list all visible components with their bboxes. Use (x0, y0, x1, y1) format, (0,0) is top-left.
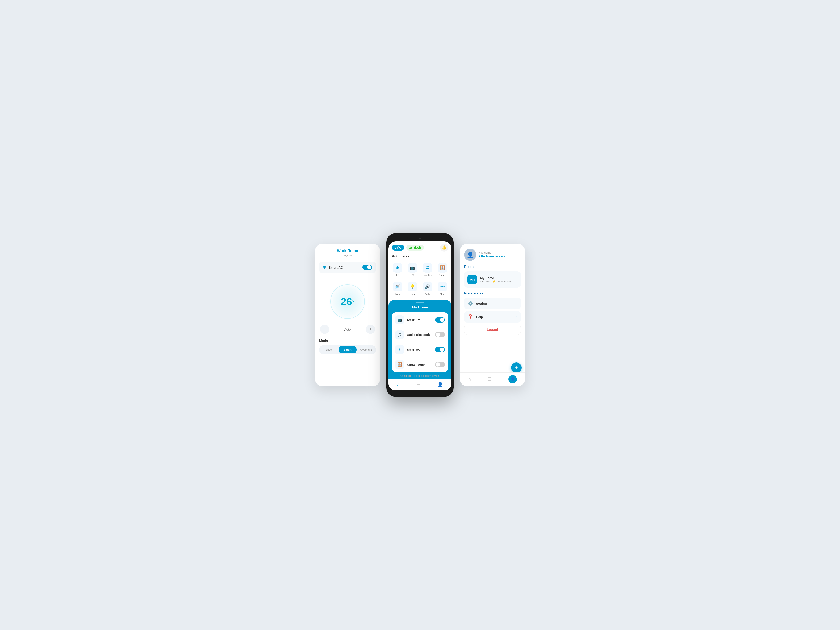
pref-help[interactable]: ❓ Help › (464, 311, 521, 322)
nav-user-icon[interactable]: 👤 (437, 382, 443, 387)
lamp-automate-icon: 💡 (407, 282, 417, 292)
welcome-text: Welcome, Ole Gunnarsen (479, 251, 505, 259)
center-phone: 24°C 15.3kwh 🔔 Automates ❄ AC 📺 TV 📽 Pro… (387, 233, 453, 397)
room-info: My Home 4 Device | ⚡ 376.91kwh/M (480, 276, 513, 283)
help-chevron: › (516, 315, 518, 319)
right-nav-list[interactable]: ☰ (488, 377, 492, 382)
smart-ac-icon: ❄ (395, 345, 404, 354)
device-curtain-auto: 🪟 Curtain Auto (392, 357, 448, 372)
automate-lamp[interactable]: 💡 Lamp (406, 280, 420, 297)
more-automate-icon: ••• (437, 282, 447, 292)
shower-automate-icon: 🚿 (393, 282, 403, 292)
automates-grid: ❄ AC 📺 TV 📽 Projektor 🪟 Curtain 🚿 (388, 261, 452, 297)
automate-audio[interactable]: 🔊 Audio (421, 280, 434, 297)
left-header: ‹ Work Room Polytron (315, 243, 380, 258)
smart-ac-device-toggle[interactable] (435, 347, 445, 352)
smart-ac-toggle[interactable] (362, 265, 372, 270)
room-chevron: › (516, 278, 518, 281)
ac-icon: ❄ (323, 265, 326, 270)
smart-ac-name: Smart AC (407, 348, 432, 351)
nav-home-icon[interactable]: ⌂ (397, 382, 399, 387)
logout-button[interactable]: Logout (464, 325, 521, 335)
setting-chevron: › (516, 302, 518, 305)
smart-ac-label: Smart AC (328, 266, 343, 269)
projektor-automate-icon: 📽 (423, 263, 433, 273)
notch-dot (419, 237, 421, 239)
right-nav: ⌂ ☰ 👤 (460, 372, 525, 387)
projektor-automate-label: Projektor (423, 274, 432, 276)
temp-badge: 24°C (392, 245, 404, 251)
audio-bluetooth-icon: 🎵 (395, 330, 404, 339)
automate-tv[interactable]: 📺 TV (406, 261, 420, 278)
device-smart-tv: 📺 Smart TV (392, 313, 448, 327)
avatar: 👤 (464, 249, 476, 261)
back-button[interactable]: ‹ (319, 250, 321, 255)
automate-ac[interactable]: ❄ AC (391, 261, 404, 278)
kwh-badge: 15.3kwh (406, 245, 423, 251)
smart-ac-row: ❄ Smart AC (319, 262, 376, 273)
room-card[interactable]: MH My Home 4 Device | ⚡ 376.91kwh/M › (464, 271, 521, 288)
ac-automate-label: AC (396, 274, 399, 276)
right-content: 👤 Welcome, Ole Gunnarsen Room List MH My… (460, 243, 525, 338)
curtain-auto-name: Curtain Auto (407, 363, 432, 366)
increase-button[interactable]: + (366, 325, 375, 334)
bottom-panel: My Home 📺 Smart TV 🎵 Audio Bluetooth (388, 300, 452, 379)
curtain-automate-label: Curtain (439, 274, 446, 276)
decrease-button[interactable]: − (320, 325, 329, 334)
hint-text: Select icon to connect other devices (392, 372, 448, 379)
nav-list-icon[interactable]: ☰ (417, 382, 421, 387)
fab-button[interactable]: + (511, 362, 522, 373)
notch (407, 235, 433, 242)
smart-tv-name: Smart TV (407, 318, 432, 322)
mode-smart[interactable]: Smart (338, 346, 357, 354)
left-title-block: Work Room Polytron (337, 249, 358, 257)
audio-bluetooth-toggle[interactable] (435, 332, 445, 338)
mode-saver[interactable]: Saver (320, 346, 338, 354)
tv-automate-icon: 📺 (407, 263, 417, 273)
more-automate-label: More (440, 293, 445, 295)
mode-section: Mode Saver Smart Overnight (315, 339, 380, 359)
audio-automate-icon: 🔊 (423, 282, 433, 292)
room-subtitle: Polytron (337, 253, 358, 257)
right-nav-user[interactable]: 👤 (508, 375, 517, 384)
mode-options: Saver Smart Overnight (319, 345, 376, 354)
room-avatar: MH (467, 275, 477, 284)
automate-curtain[interactable]: 🪟 Curtain (436, 261, 450, 278)
automate-shower[interactable]: 🚿 Shower (391, 280, 404, 297)
temp-circle: 26°C (328, 283, 366, 321)
automate-more[interactable]: ••• More (436, 280, 450, 297)
shower-automate-label: Shower (393, 293, 401, 295)
bell-button[interactable]: 🔔 (440, 243, 448, 251)
left-phone: ‹ Work Room Polytron ❄ Smart AC 26°C (315, 243, 380, 387)
audio-automate-label: Audio (425, 293, 431, 295)
lamp-automate-label: Lamp (409, 293, 415, 295)
setting-icon: ⚙️ (467, 301, 473, 306)
welcome-greeting: Welcome, (479, 251, 505, 254)
mode-overnight[interactable]: Overnight (357, 346, 375, 354)
user-name: Ole Gunnarsen (479, 254, 505, 259)
device-audio-bluetooth: 🎵 Audio Bluetooth (392, 327, 448, 342)
room-title: Work Room (337, 249, 358, 253)
device-smart-ac: ❄ Smart AC (392, 342, 448, 357)
pref-setting[interactable]: ⚙️ Setting › (464, 298, 521, 309)
setting-label: Setting (476, 302, 513, 305)
automate-projektor[interactable]: 📽 Projektor (421, 261, 434, 278)
controls-row: − Auto + (315, 325, 380, 334)
curtain-auto-toggle[interactable] (435, 362, 445, 367)
room-name: My Home (480, 276, 513, 280)
status-bar: 24°C 15.3kwh 🔔 (388, 242, 452, 253)
room-list-title: Room List (464, 265, 521, 269)
mode-title: Mode (319, 339, 376, 343)
profile-row: 👤 Welcome, Ole Gunnarsen (464, 249, 521, 261)
audio-bluetooth-name: Audio Bluetooth (407, 333, 432, 336)
curtain-auto-icon: 🪟 (395, 360, 404, 369)
help-icon: ❓ (467, 314, 473, 320)
right-nav-home[interactable]: ⌂ (468, 377, 471, 382)
temp-display: 26°C (341, 296, 354, 308)
device-list: 📺 Smart TV 🎵 Audio Bluetooth ❄ Smart AC (392, 313, 448, 372)
room-kwh: ⚡ (492, 280, 496, 283)
center-inner: 24°C 15.3kwh 🔔 Automates ❄ AC 📺 TV 📽 Pro… (388, 242, 452, 390)
mode-display: Auto (344, 328, 351, 331)
smart-tv-toggle[interactable] (435, 317, 445, 322)
smart-tv-icon: 📺 (395, 316, 404, 324)
